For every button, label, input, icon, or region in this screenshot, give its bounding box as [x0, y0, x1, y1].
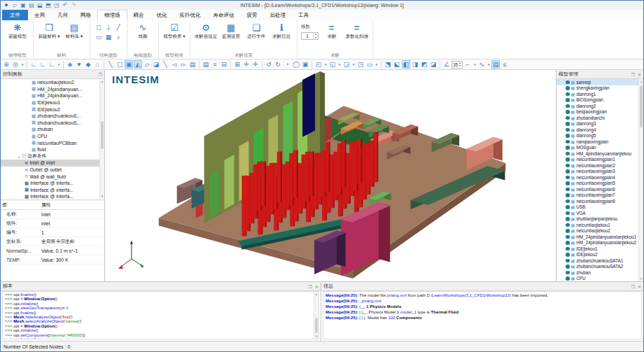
- orbit-icon[interactable]: ◯: [292, 60, 300, 69]
- grid-icon[interactable]: ⊞: [233, 60, 241, 69]
- tab-0[interactable]: 全局: [28, 10, 51, 20]
- spin-view-icon[interactable]: ◔: [283, 60, 291, 69]
- component-list-item[interactable]: ▦BIOSxingpian: [556, 97, 643, 104]
- app-logo-icon[interactable]: ●: [3, 1, 10, 9]
- view-cube-left-icon[interactable]: ◧: [402, 60, 410, 69]
- model-check-button[interactable]: ☑ 模型检查 ▾: [162, 22, 186, 40]
- save-all-icon[interactable]: ◳: [53, 1, 60, 9]
- float-panel-icon[interactable]: ❐: [631, 284, 635, 289]
- property-row[interactable]: 编号:1: [1, 228, 104, 237]
- measure-line-icon[interactable]: ╲: [161, 60, 169, 69]
- component-list-item[interactable]: ▦dianrong5: [556, 133, 643, 139]
- new-model-button[interactable]: ❋ 新建模型: [6, 22, 29, 40]
- view-cube-right-icon[interactable]: ◨: [411, 60, 419, 69]
- clip-y-icon[interactable]: ◱: [328, 60, 337, 69]
- component-list-item[interactable]: ▦zhuban: [556, 269, 643, 276]
- component-list-item[interactable]: ▦neicuntiaoxingpian3: [556, 169, 643, 175]
- excitation-icon-1[interactable]: ⊥: [104, 22, 113, 32]
- select-next-icon[interactable]: ▻: [179, 60, 188, 69]
- select-line-icon[interactable]: ╲: [106, 60, 115, 69]
- material-library-button[interactable]: ▤ 材料库 ▾: [62, 22, 86, 40]
- tab-3[interactable]: 物理场: [97, 10, 127, 20]
- corner-icon[interactable]: ⌐: [463, 60, 472, 69]
- slice-icon[interactable]: ▭: [365, 60, 374, 69]
- view-cube-bottom-icon[interactable]: ◪: [429, 60, 438, 69]
- tree-item[interactable]: ≋Wall @ wall_fluid: [1, 173, 104, 180]
- clip-plane-icon[interactable]: ◳: [356, 60, 365, 69]
- component-list-item[interactable]: ▦USB: [556, 204, 643, 211]
- tree-item[interactable]: ▦zhubanchuankouS...: [1, 113, 104, 120]
- wireframe-icon[interactable]: ▤: [202, 60, 210, 69]
- select-body-icon[interactable]: ◪: [152, 60, 160, 69]
- component-list-item[interactable]: ▦neicuntiaoxingpian4: [556, 174, 643, 181]
- fit-view-icon[interactable]: ♥: [75, 60, 83, 69]
- property-row[interactable]: 组件:inlet: [1, 219, 104, 228]
- view-xz-icon[interactable]: ∟: [48, 60, 56, 69]
- excitation-icon-0[interactable]: ◻: [94, 22, 104, 32]
- script-scrollbar[interactable]: ▲ ▼: [314, 292, 318, 339]
- run-file-button[interactable]: ❏ 运行文件: [244, 22, 268, 40]
- zoom-caret[interactable]: ▾: [20, 60, 24, 69]
- scene-canvas[interactable]: [105, 70, 556, 281]
- slice-caret[interactable]: ▾: [374, 60, 379, 69]
- tree-item[interactable]: ▦IDEjiekou1: [1, 99, 104, 106]
- component-list-item[interactable]: ▦shubiaojianpanjiekou: [556, 216, 643, 223]
- scroll-up-icon[interactable]: ▲: [314, 292, 318, 297]
- scroll-down-icon[interactable]: ▼: [100, 194, 104, 199]
- redo-icon[interactable]: ↷: [70, 1, 77, 9]
- tree-item[interactable]: ▦HM_24pindianyuan...: [1, 86, 104, 93]
- tree-item[interactable]: ▦neicuntiaoPCBban: [1, 139, 104, 146]
- parametric-sweep-button[interactable]: = 参数化扫描: [345, 22, 369, 40]
- monitor-settings-button[interactable]: ▦ 监测设置: [219, 22, 243, 40]
- tree-item[interactable]: ≣Outlet @ outlet: [1, 167, 104, 174]
- hide-icon[interactable]: ⊟: [220, 60, 228, 69]
- select-list-icon[interactable]: ▤: [188, 60, 197, 69]
- tree-item[interactable]: ≣Inlet @ inlet: [1, 160, 104, 167]
- pan-icon[interactable]: ⊕: [2, 60, 10, 69]
- component-list-item[interactable]: ▦zhubanchuankouSATA1: [556, 258, 643, 264]
- left-tree-scrollbar[interactable]: ▲ ▼: [99, 79, 104, 199]
- component-list-item[interactable]: ▦beiqiaoxingpian: [556, 109, 643, 115]
- tab-2[interactable]: 网格: [74, 10, 97, 20]
- clip-x-icon[interactable]: ◰: [314, 60, 323, 69]
- select-box-icon[interactable]: ▢: [115, 60, 124, 69]
- component-list-item[interactable]: ▦IDEjiekou2: [556, 252, 643, 258]
- component-list-item[interactable]: ▦HM_24pindianyuanxianjiekou1: [556, 234, 643, 240]
- component-list-item[interactable]: ▦neicuntiaoxingpian1: [556, 157, 643, 163]
- component-list-item[interactable]: ▦neicuntiaoxingpian5: [556, 181, 643, 187]
- component-list-item[interactable]: ▦MOSguan: [556, 145, 643, 151]
- tree-item[interactable]: ▦IDEjiekou2: [1, 106, 104, 113]
- component-list-item[interactable]: ▦neicuntiaojiekou2: [556, 228, 643, 234]
- property-row[interactable]: 坐标系:全局笛卡尔坐标: [1, 237, 104, 246]
- tree-folder-boundary-conditions[interactable]: ⌄◫边界条件: [1, 153, 104, 160]
- select-face-icon[interactable]: ▣: [125, 60, 133, 69]
- scroll-up-icon[interactable]: ▲: [639, 79, 643, 84]
- scroll-down-icon[interactable]: ▼: [314, 334, 318, 339]
- property-row[interactable]: 名称:Inlet: [1, 210, 104, 219]
- float-panel-icon[interactable]: ❐: [631, 72, 635, 77]
- component-list-item[interactable]: ▦HM_24pindianyuanxianjiekou2: [556, 240, 643, 246]
- component-list-item[interactable]: ▦dianrong2: [556, 103, 643, 109]
- tab-9[interactable]: 后处理: [264, 10, 293, 20]
- info-log[interactable]: Message(09:25): The model file jixiang.x…: [323, 291, 642, 339]
- export-icon[interactable]: ⬒: [45, 1, 52, 9]
- triad-icon[interactable]: ✛: [251, 60, 260, 69]
- float-panel-icon[interactable]: ❐: [99, 72, 102, 77]
- component-list-item[interactable]: ▦sanreqi: [556, 79, 643, 85]
- save-icon[interactable]: ▣: [20, 1, 27, 9]
- component-list-item[interactable]: ▦dianrong1: [556, 91, 643, 97]
- view-xy-icon[interactable]: ∟: [29, 60, 38, 69]
- tab-5[interactable]: 优化: [150, 10, 174, 20]
- tree-item[interactable]: ▦fluid: [1, 146, 104, 153]
- clip-z-caret[interactable]: ▾: [351, 60, 356, 69]
- component-list-item[interactable]: ▦zhubandianchi: [556, 115, 643, 121]
- component-list-item[interactable]: ▦neicuntiaoxingpian6: [556, 186, 643, 192]
- component-list-item[interactable]: ▦zhubanchuankouSATA2: [556, 264, 643, 270]
- clip-x-caret[interactable]: ▾: [323, 60, 328, 69]
- limit-icon[interactable]: ≤: [500, 60, 509, 69]
- component-list-item[interactable]: ▦dianrong4: [556, 127, 643, 133]
- cores-input[interactable]: 1 ▲▼: [301, 32, 318, 40]
- script-log[interactable]: >>> opt.finalize()>>> opt = Window.Optio…: [2, 291, 319, 339]
- spinner-arrows-icon[interactable]: ▲▼: [313, 33, 318, 39]
- home-view-icon[interactable]: ⌂: [93, 60, 102, 69]
